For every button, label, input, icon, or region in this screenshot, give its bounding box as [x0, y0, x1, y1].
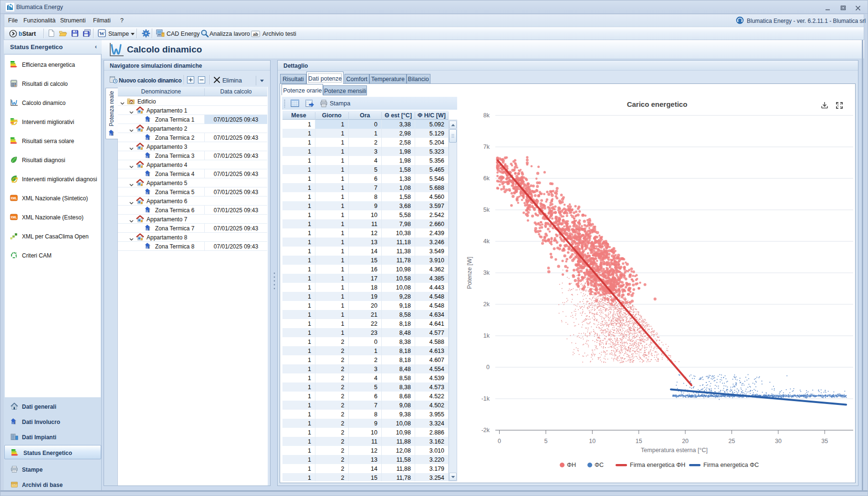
svg-text:20: 20	[682, 438, 689, 444]
svg-text:ΦC: ΦC	[595, 462, 604, 468]
svg-text:6k: 6k	[483, 175, 490, 182]
svg-text:0: 0	[498, 438, 501, 444]
svg-text:Potenze [W]: Potenze [W]	[466, 257, 473, 289]
svg-text:ab: ab	[253, 31, 258, 37]
svg-text:35: 35	[821, 438, 828, 444]
svg-text:7k: 7k	[483, 144, 490, 150]
svg-text:4k: 4k	[483, 238, 490, 245]
svg-text:5k: 5k	[483, 207, 490, 213]
svg-text:XML: XML	[10, 196, 17, 200]
svg-text:15: 15	[636, 438, 642, 444]
svg-text:Firma energetica ΦC: Firma energetica ΦC	[703, 462, 759, 468]
svg-text:W: W	[99, 31, 105, 36]
svg-text:Carico energetico: Carico energetico	[627, 100, 688, 108]
svg-text:25: 25	[729, 438, 735, 444]
svg-text:XML: XML	[10, 216, 17, 219]
svg-text:0: 0	[486, 364, 490, 371]
svg-text:3k: 3k	[483, 269, 490, 276]
svg-text:ΦH: ΦH	[567, 462, 576, 468]
svg-text:5: 5	[544, 438, 547, 444]
svg-text:Temperatura esterna [°C]: Temperatura esterna [°C]	[641, 447, 708, 454]
svg-text:30: 30	[775, 438, 782, 444]
svg-text:2k: 2k	[483, 301, 490, 308]
svg-text:8k: 8k	[483, 112, 490, 119]
svg-text:Firma energetica ΦH: Firma energetica ΦH	[630, 462, 685, 468]
svg-text:-1k: -1k	[481, 395, 490, 402]
svg-text:10: 10	[589, 438, 596, 444]
svg-text:1k: 1k	[483, 332, 490, 339]
svg-text:-2k: -2k	[481, 427, 490, 434]
